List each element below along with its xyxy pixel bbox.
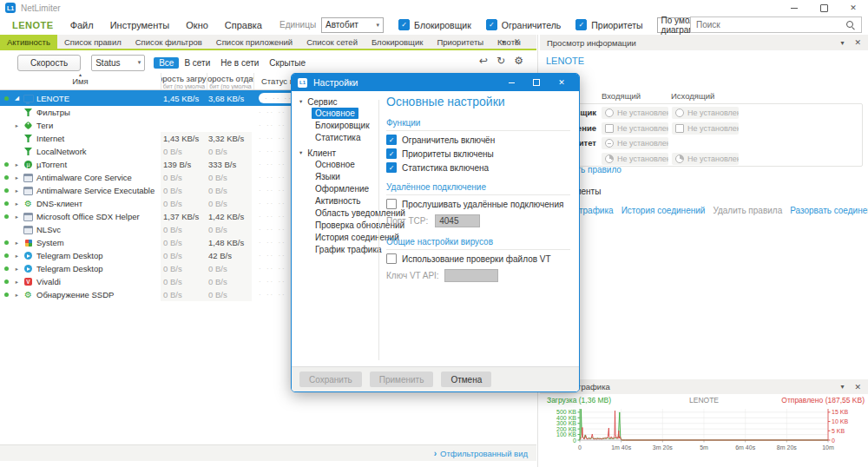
- dialog-button[interactable]: Сохранить: [299, 372, 362, 387]
- dialog-maximize-button[interactable]: [531, 77, 542, 88]
- column-header-name[interactable]: ▴ Имя: [0, 73, 161, 89]
- settings-nav-item[interactable]: Основное: [292, 108, 378, 120]
- checkbox-icon[interactable]: [575, 19, 587, 30]
- menu-item[interactable]: Справка: [225, 20, 262, 30]
- menu-item[interactable]: Инструменты: [110, 20, 170, 30]
- status-select[interactable]: Status ▾: [91, 55, 145, 71]
- expander-icon[interactable]: ▸: [12, 201, 22, 207]
- settings-nav-item[interactable]: Основное: [292, 159, 378, 171]
- dialog-titlebar[interactable]: L1 Настройки ✕: [292, 74, 579, 91]
- expander-icon[interactable]: ▸: [12, 266, 22, 273]
- dialog-close-button[interactable]: ✕: [556, 77, 567, 88]
- dialog-button[interactable]: Отмена: [441, 372, 491, 387]
- dialog-minimize-button[interactable]: [506, 77, 516, 88]
- tab[interactable]: Список фильтров: [128, 35, 209, 49]
- tab[interactable]: Блокировщик: [365, 35, 430, 49]
- checkbox-icon[interactable]: [386, 162, 397, 173]
- vt-check-row[interactable]: Использование проверки файлов VT: [386, 253, 570, 264]
- filter-chip[interactable]: Не в сети: [215, 57, 264, 69]
- expander-icon[interactable]: ◢: [12, 95, 22, 102]
- tab[interactable]: Приоритеты: [430, 35, 490, 49]
- filter-chip[interactable]: В сети: [179, 57, 215, 69]
- feature-toggle[interactable]: Приоритеты: [575, 19, 642, 30]
- menu-item[interactable]: Файл: [70, 20, 94, 30]
- settings-checkbox-row[interactable]: Приоритеты включены: [386, 148, 570, 159]
- dialog-button[interactable]: Применить: [370, 372, 434, 387]
- speed-button[interactable]: Скорость: [17, 55, 81, 71]
- settings-nav-item[interactable]: Статистика: [292, 132, 378, 144]
- column-header-upload[interactable]: корость отдач бит (по умолча: [207, 73, 254, 89]
- filter-chip[interactable]: Все: [154, 57, 179, 69]
- close-icon[interactable]: ✕: [854, 383, 861, 391]
- checkbox-icon[interactable]: [386, 135, 397, 145]
- tab[interactable]: Активность: [0, 35, 57, 49]
- rule-cell[interactable]: Не установлено: [602, 122, 668, 135]
- settings-nav-item[interactable]: Языки: [292, 171, 378, 183]
- rule-cell[interactable]: Не установлено: [602, 107, 668, 119]
- feature-toggle[interactable]: Ограничитель: [486, 19, 561, 30]
- checkbox-icon[interactable]: [386, 253, 397, 264]
- settings-nav-item[interactable]: История соединений: [292, 232, 378, 244]
- nav-section-header[interactable]: ▾Сервис: [292, 95, 378, 108]
- remote-listen-row[interactable]: Прослушивать удалённые подключения: [386, 199, 570, 209]
- tool-link[interactable]: История соединений: [621, 206, 706, 215]
- gear-icon[interactable]: ⚙: [514, 55, 523, 67]
- close-button[interactable]: ✕: [847, 3, 859, 13]
- chevron-down-icon[interactable]: ▾: [840, 383, 844, 391]
- menu-item[interactable]: Окно: [186, 20, 208, 30]
- chevron-down-icon[interactable]: ▾: [502, 38, 505, 46]
- settings-nav-item[interactable]: Активность: [292, 195, 378, 207]
- download-value: 1,43 KB/s: [161, 132, 206, 145]
- settings-nav-item[interactable]: Оформление: [292, 183, 378, 195]
- expander-icon[interactable]: ▸: [12, 174, 22, 181]
- units-select[interactable]: Автобит ▾: [321, 17, 384, 33]
- close-icon[interactable]: ✕: [514, 37, 521, 46]
- tcp-port-field[interactable]: 4045: [435, 214, 480, 227]
- rule-cell[interactable]: Не установлено: [672, 122, 739, 135]
- checkbox-icon[interactable]: [386, 199, 397, 209]
- close-icon[interactable]: ✕: [854, 38, 861, 47]
- checkbox-icon[interactable]: [398, 19, 410, 30]
- expander-icon[interactable]: ▸: [12, 161, 22, 168]
- search-icon[interactable]: [845, 20, 856, 30]
- settings-nav-item[interactable]: Проверка обновлений: [292, 220, 378, 232]
- checkbox-icon: [675, 124, 684, 133]
- expander-icon[interactable]: ▸: [12, 279, 22, 286]
- search-input[interactable]: [691, 20, 845, 30]
- rule-cell[interactable]: Не установлено: [602, 153, 668, 165]
- expander-icon[interactable]: ▸: [12, 292, 22, 299]
- expander-icon[interactable]: ▸: [12, 187, 22, 194]
- settings-checkbox-row[interactable]: Статистика включена: [386, 162, 570, 173]
- tab[interactable]: Список приложений: [209, 35, 299, 49]
- maximize-button[interactable]: [818, 3, 830, 13]
- chevron-down-icon[interactable]: ▾: [840, 39, 844, 47]
- checkbox-icon[interactable]: [386, 148, 397, 159]
- expander-icon[interactable]: ▸: [12, 214, 22, 220]
- settings-nav-item[interactable]: Область уведомлений: [292, 207, 378, 220]
- tab[interactable]: Список сетей: [299, 35, 365, 49]
- settings-checkbox-row[interactable]: Ограничитель включён: [386, 135, 570, 145]
- settings-nav-item[interactable]: Блокировщик: [292, 120, 378, 132]
- expander-icon[interactable]: ▸: [12, 122, 22, 129]
- checkbox-icon[interactable]: [486, 19, 497, 30]
- tab[interactable]: Список правил: [57, 35, 128, 49]
- refresh-icon[interactable]: ↻: [496, 55, 505, 67]
- filter-chip[interactable]: Скрытые: [264, 57, 311, 69]
- expander-icon[interactable]: ▸: [12, 253, 22, 260]
- rule-cell[interactable]: Не установлено: [602, 137, 668, 149]
- nav-section-header[interactable]: ▾Клиент: [292, 147, 378, 159]
- expander-icon[interactable]: ▸: [12, 240, 22, 247]
- tool-link[interactable]: Удалить правила: [713, 206, 782, 215]
- vt-key-field[interactable]: [444, 269, 498, 282]
- undo-icon[interactable]: ↩: [479, 55, 488, 67]
- info-panel-tab-title[interactable]: Просмотр информации: [547, 38, 636, 48]
- column-header-download[interactable]: орость загруз бит (по умолча: [161, 73, 207, 89]
- settings-nav-item[interactable]: График трафика: [292, 244, 378, 256]
- feature-toggle[interactable]: Блокировщик: [398, 19, 471, 30]
- rule-cell[interactable]: Не установлено: [672, 153, 739, 165]
- minimize-button[interactable]: [788, 3, 800, 13]
- funnel-icon: [24, 135, 32, 142]
- filtered-view-link[interactable]: › Отфильтрованный вид: [434, 449, 528, 458]
- rule-cell[interactable]: Не установлено: [672, 107, 739, 119]
- tool-link[interactable]: Разорвать соединения: [790, 206, 868, 215]
